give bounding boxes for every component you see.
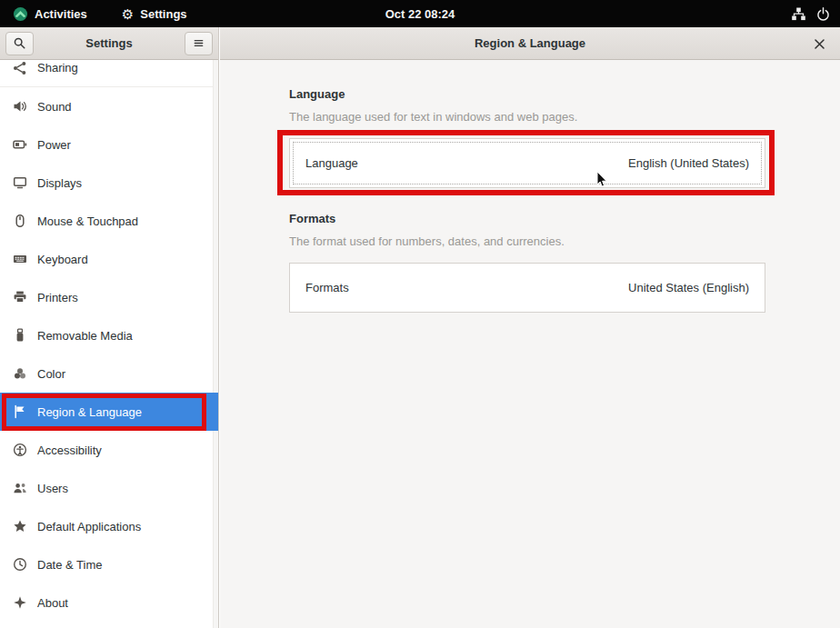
- section-description: The language used for text in windows an…: [289, 110, 765, 124]
- sidebar-item-sound[interactable]: Sound: [0, 87, 218, 125]
- top-bar: Activities ⚙ Settings Oct 22 08:24: [0, 0, 840, 27]
- usb-icon: [13, 328, 27, 343]
- close-button[interactable]: [805, 27, 833, 60]
- sound-icon: [13, 99, 27, 114]
- sidebar-header: Settings: [0, 27, 218, 60]
- sidebar-item-accessibility[interactable]: Accessibility: [0, 431, 218, 469]
- sidebar-item-users[interactable]: Users: [0, 469, 218, 507]
- main-header: Region & Language: [220, 27, 840, 60]
- users-icon: [13, 481, 27, 495]
- settings-appmenu-button[interactable]: ⚙ Settings: [115, 0, 195, 27]
- row-value: United States (English): [628, 281, 749, 294]
- sidebar-item-color[interactable]: Color: [0, 354, 218, 393]
- sidebar-item-removable-media[interactable]: Removable Media: [0, 316, 218, 354]
- sidebar-list: Sharing Sound Power Displays Mouse & Tou…: [0, 60, 218, 628]
- sidebar-title: Settings: [85, 36, 132, 50]
- display-icon: [13, 175, 27, 190]
- sparkle-icon: [13, 595, 27, 610]
- activities-button[interactable]: Activities: [5, 0, 95, 27]
- close-icon: [815, 39, 825, 49]
- activities-label: Activities: [35, 7, 87, 21]
- settings-window: Settings Sharing Sound Power Displays Mo…: [0, 27, 840, 628]
- section-heading: Language: [289, 87, 765, 101]
- section-description: The format used for numbers, dates, and …: [289, 234, 765, 248]
- sidebar-item-sharing[interactable]: Sharing: [0, 60, 218, 87]
- page-title: Region & Language: [475, 36, 585, 50]
- share-icon: [13, 61, 27, 75]
- sidebar-item-about[interactable]: About: [0, 583, 218, 622]
- row-label: Language: [305, 156, 358, 170]
- section-heading: Formats: [289, 212, 765, 225]
- settings-appmenu-label: Settings: [140, 7, 186, 21]
- main-content: Language The language used for text in w…: [220, 60, 840, 313]
- clock-button[interactable]: Oct 22 08:24: [385, 0, 455, 27]
- sidebar-item-mouse-touchpad[interactable]: Mouse & Touchpad: [0, 202, 218, 240]
- power-icon[interactable]: [815, 6, 831, 22]
- sidebar: Settings Sharing Sound Power Displays Mo…: [0, 27, 219, 628]
- mouse-icon: [13, 214, 27, 228]
- search-icon: [13, 36, 26, 50]
- clock-icon: [13, 557, 27, 572]
- row-label: Formats: [305, 281, 349, 294]
- sidebar-item-region-language[interactable]: Region & Language: [0, 393, 218, 431]
- printer-icon: [13, 290, 27, 304]
- sidebar-item-default-applications[interactable]: Default Applications: [0, 507, 218, 545]
- formats-row[interactable]: Formats United States (English): [289, 263, 765, 313]
- row-value: English (United States): [628, 156, 749, 170]
- clock-label: Oct 22 08:24: [385, 7, 455, 21]
- main-panel: Region & Language Language The language …: [220, 27, 840, 628]
- battery-icon: [13, 137, 27, 152]
- section-language: Language The language used for text in w…: [289, 87, 765, 188]
- sidebar-item-power[interactable]: Power: [0, 125, 218, 164]
- language-row[interactable]: Language English (United States): [289, 138, 765, 188]
- network-icon[interactable]: [791, 6, 806, 22]
- menu-button[interactable]: [185, 32, 213, 55]
- gear-icon: ⚙: [122, 7, 134, 21]
- distro-logo-icon: [13, 6, 28, 22]
- accessibility-icon: [13, 443, 27, 457]
- section-formats: Formats The format used for numbers, dat…: [289, 212, 765, 313]
- keyboard-icon: [13, 252, 27, 266]
- system-tray: [791, 6, 840, 22]
- sidebar-item-printers[interactable]: Printers: [0, 278, 218, 316]
- hamburger-icon: [192, 36, 205, 50]
- search-button[interactable]: [5, 32, 34, 55]
- sidebar-item-date-time[interactable]: Date & Time: [0, 545, 218, 583]
- color-icon: [13, 366, 27, 381]
- sidebar-item-keyboard[interactable]: Keyboard: [0, 240, 218, 278]
- flag-icon: [13, 404, 27, 419]
- star-icon: [13, 519, 27, 533]
- sidebar-item-displays[interactable]: Displays: [0, 164, 218, 202]
